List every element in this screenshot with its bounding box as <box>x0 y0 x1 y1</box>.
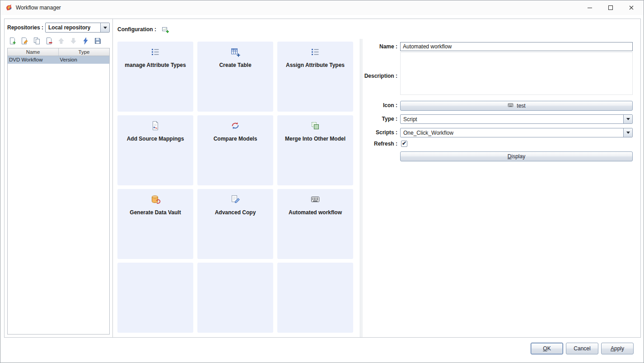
workflow-card-empty <box>197 263 273 333</box>
keyboard-icon <box>310 194 321 206</box>
icon-label: Icon : <box>339 102 397 108</box>
display-button[interactable]: Display <box>400 151 633 161</box>
close-icon <box>629 5 634 10</box>
titlebar: Workflow manager <box>0 0 644 15</box>
maximize-icon <box>608 5 613 10</box>
merge-icon <box>310 120 321 132</box>
apply-button-label: Apply <box>611 345 624 352</box>
remove-icon <box>45 37 53 45</box>
save-button[interactable] <box>93 37 102 45</box>
icon-picker-button[interactable]: test <box>400 101 633 111</box>
attribute-list-icon <box>150 47 161 59</box>
table-add-icon <box>230 47 241 59</box>
maximize-button[interactable] <box>600 0 621 15</box>
advanced-copy-icon <box>230 194 241 206</box>
workflow-card-label: Create Table <box>215 62 255 68</box>
cancel-button-label: Cancel <box>574 345 590 352</box>
ok-button-label: OK <box>543 345 551 352</box>
workflow-card-label: Add Source Mappings <box>123 136 188 142</box>
description-label: Description : <box>339 73 397 79</box>
refresh-label: Refresh : <box>339 141 397 147</box>
workflow-card-label: Advanced Copy <box>211 209 260 216</box>
save-icon <box>94 37 102 45</box>
configuration-row: Configuration : <box>117 24 169 34</box>
remove-button[interactable] <box>45 37 53 45</box>
workflow-card[interactable]: Merge Into Other Model <box>277 115 353 185</box>
new-icon <box>9 37 16 45</box>
edit-icon <box>21 37 28 45</box>
move-up-button[interactable] <box>57 37 65 45</box>
workflow-card[interactable]: Generate Data Vault <box>117 189 193 259</box>
workflow-card-label: Assign Attribute Types <box>282 62 348 68</box>
refresh-icon <box>82 37 89 45</box>
name-input[interactable] <box>400 42 633 51</box>
move-down-icon <box>70 37 77 45</box>
workflow-card-grid: manage Attribute Types Create Table <box>117 42 353 333</box>
chevron-down-icon <box>623 128 632 137</box>
repositories-row: Repositories : Local repository <box>7 23 110 33</box>
move-down-button[interactable] <box>69 37 77 45</box>
table-cell-name: DVD Workflow <box>8 56 59 64</box>
window-controls <box>579 0 642 15</box>
workflow-card[interactable]: Add Source Mappings <box>117 115 193 185</box>
add-configuration-button[interactable] <box>162 26 169 33</box>
repositories-label: Repositories : <box>7 24 43 31</box>
type-label: Type : <box>339 116 397 122</box>
workflow-card-label: Generate Data Vault <box>126 209 184 216</box>
icon-picker-label: test <box>517 103 525 109</box>
data-vault-icon <box>150 194 161 206</box>
minimize-icon <box>587 5 593 10</box>
app-icon <box>5 4 13 11</box>
refresh-button[interactable] <box>81 37 89 45</box>
minimize-button[interactable] <box>579 0 600 15</box>
workflow-card-empty <box>117 263 193 333</box>
move-up-icon <box>57 37 65 45</box>
ok-button[interactable]: OK <box>531 343 563 354</box>
workflow-card-label: Compare Models <box>210 136 261 142</box>
workflow-card[interactable]: Create Table <box>197 42 273 112</box>
source-mapping-icon <box>150 120 161 132</box>
workflow-card[interactable]: Advanced Copy <box>197 189 273 259</box>
workflow-card[interactable]: Compare Models <box>197 115 273 185</box>
description-textarea[interactable] <box>400 52 633 95</box>
keyboard-icon <box>507 102 514 110</box>
repository-selected-value: Local repository <box>48 24 90 31</box>
repository-table: Name Type DVD Workflow Version <box>7 48 110 335</box>
table-header: Name Type <box>8 48 109 56</box>
close-button[interactable] <box>621 0 642 15</box>
workflow-card[interactable]: manage Attribute Types <box>117 42 193 112</box>
column-header-type[interactable]: Type <box>59 48 109 56</box>
refresh-checkbox[interactable] <box>401 141 407 147</box>
compare-icon <box>230 120 241 132</box>
edit-button[interactable] <box>20 37 28 45</box>
copy-icon <box>33 37 41 45</box>
content-frame: Repositories : Local repository <box>4 19 641 338</box>
repository-toolbar <box>8 36 102 45</box>
scripts-select[interactable]: One_Click_Workflow <box>400 128 633 137</box>
repository-panel: Repositories : Local repository <box>5 19 113 337</box>
window-title: Workflow manager <box>16 5 61 11</box>
scripts-label: Scripts : <box>339 129 397 136</box>
workflow-card[interactable]: Automated workflow <box>277 189 353 259</box>
configuration-panel: Configuration : <box>113 19 640 337</box>
type-select[interactable]: Script <box>400 114 633 124</box>
add-button[interactable] <box>8 37 16 45</box>
table-row[interactable]: DVD Workflow Version <box>8 56 109 64</box>
workflow-card-label: manage Attribute Types <box>121 62 189 68</box>
apply-button[interactable]: Apply <box>601 343 634 354</box>
cancel-button[interactable]: Cancel <box>566 343 598 354</box>
chevron-down-icon <box>100 23 109 32</box>
copy-button[interactable] <box>33 37 41 45</box>
workflow-card-empty <box>277 263 353 333</box>
table-cell-type: Version <box>59 56 110 64</box>
split-divider[interactable] <box>360 39 362 337</box>
type-selected-value: Script <box>403 116 417 123</box>
column-header-name[interactable]: Name <box>8 48 59 56</box>
repository-select[interactable]: Local repository <box>45 23 110 33</box>
configuration-label: Configuration : <box>117 26 156 33</box>
scripts-selected-value: One_Click_Workflow <box>403 130 453 136</box>
dialog-button-bar: OK Cancel Apply <box>531 343 634 354</box>
workflow-card-label: Automated workflow <box>285 209 345 216</box>
display-button-label: Display <box>508 153 525 160</box>
workflow-manager-window: Workflow manager Repositories : Local re… <box>0 0 644 363</box>
